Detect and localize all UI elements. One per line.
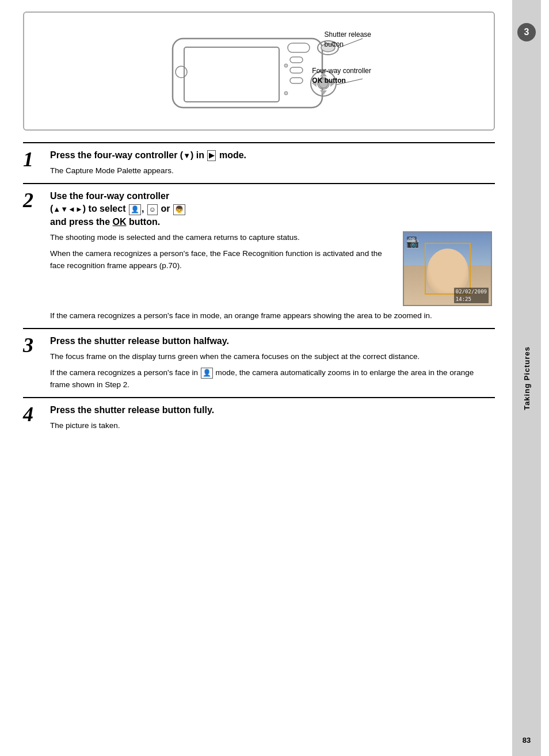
shutter-label: Shutter release button (325, 30, 371, 49)
step-3-desc1: The focus frame on the display turns gre… (50, 350, 495, 363)
preview-mode-icon: 📷 (406, 236, 419, 249)
ok-button-text: OK (112, 217, 126, 227)
right-sidebar: 3 Taking Pictures 83 (512, 0, 541, 756)
step-2-text: The shooting mode is selected and the ca… (50, 231, 394, 272)
step-2-inner: The shooting mode is selected and the ca… (50, 231, 495, 306)
chapter-number: 3 (517, 23, 536, 41)
svg-rect-13 (290, 67, 303, 73)
step-2-number: 2 (23, 190, 43, 211)
camera-diagram-box: Shutter release button Four-way controll… (23, 12, 495, 131)
step-2-section: 2 Use the four-way controller (▲▼◄►) to … (23, 183, 495, 322)
step-2-desc1: The shooting mode is selected and the ca… (50, 231, 394, 244)
step-1-section: 1 Press the four-way controller (▼) in ▶… (23, 142, 495, 177)
step-4-number: 4 (23, 404, 43, 425)
step-3-number: 3 (23, 335, 43, 356)
svg-marker-8 (320, 90, 327, 95)
preview-date: 02/02/200914:25 (454, 288, 489, 303)
step-3-body: Press the shutter release button halfway… (50, 335, 495, 391)
step-2-title: Use the four-way controller (▲▼◄►) to se… (50, 190, 495, 228)
svg-rect-12 (290, 57, 303, 63)
step-3-row: 3 Press the shutter release button halfw… (23, 335, 495, 391)
svg-rect-1 (184, 47, 279, 102)
child-icon: 👦 (173, 204, 185, 215)
camera-mode-icon: ▶ (207, 150, 216, 161)
step-2-body: Use the four-way controller (▲▼◄►) to se… (50, 190, 495, 322)
step-4-row: 4 Press the shutter release button fully… (23, 404, 495, 432)
svg-rect-14 (290, 78, 303, 83)
step-4-desc: The picture is taken. (50, 419, 495, 432)
svg-point-15 (284, 64, 288, 67)
fourway-label: Four-way controller OK button (312, 66, 371, 86)
face-recognition-frame (425, 243, 471, 295)
portrait-mode-icon-s3: 👤 (201, 368, 213, 379)
step-1-desc: The Capture Mode Palette appears. (50, 165, 495, 177)
svg-point-17 (176, 66, 187, 78)
chapter-label: Taking Pictures (523, 346, 531, 410)
step-4-title: Press the shutter release button fully. (50, 404, 495, 417)
camera-preview: 📷 38 02/02/200914:25 (403, 231, 492, 306)
face-icon: ☺ (147, 204, 158, 215)
svg-rect-2 (288, 43, 310, 52)
svg-point-16 (284, 91, 288, 95)
step-1-title: Press the four-way controller (▼) in ▶ m… (50, 149, 495, 162)
main-content: Shutter release button Four-way controll… (0, 0, 512, 756)
step-2-image: 📷 38 02/02/200914:25 (403, 231, 495, 306)
step-3-desc2: If the camera recognizes a person's face… (50, 366, 495, 391)
portrait-icon: 👤 (129, 204, 141, 215)
camera-diagram: Shutter release button Four-way controll… (150, 21, 368, 121)
step-2-desc2: When the camera recognizes a person's fa… (50, 247, 394, 272)
ok-label: OK button (312, 77, 346, 85)
step-1-body: Press the four-way controller (▼) in ▶ m… (50, 149, 495, 177)
page-number: 83 (523, 736, 531, 744)
step-1-number: 1 (23, 149, 43, 170)
step-1-row: 1 Press the four-way controller (▼) in ▶… (23, 149, 495, 177)
step-3-section: 3 Press the shutter release button halfw… (23, 328, 495, 391)
step-4-body: Press the shutter release button fully. … (50, 404, 495, 432)
page-wrapper: Shutter release button Four-way controll… (0, 0, 549, 756)
step-2-desc3: If the camera recognizes a person's face… (50, 310, 495, 322)
step-3-title: Press the shutter release button halfway… (50, 335, 495, 348)
preview-topbar: 📷 38 (404, 234, 491, 245)
step-4-section: 4 Press the shutter release button fully… (23, 397, 495, 432)
step-2-row: 2 Use the four-way controller (▲▼◄►) to … (23, 190, 495, 322)
